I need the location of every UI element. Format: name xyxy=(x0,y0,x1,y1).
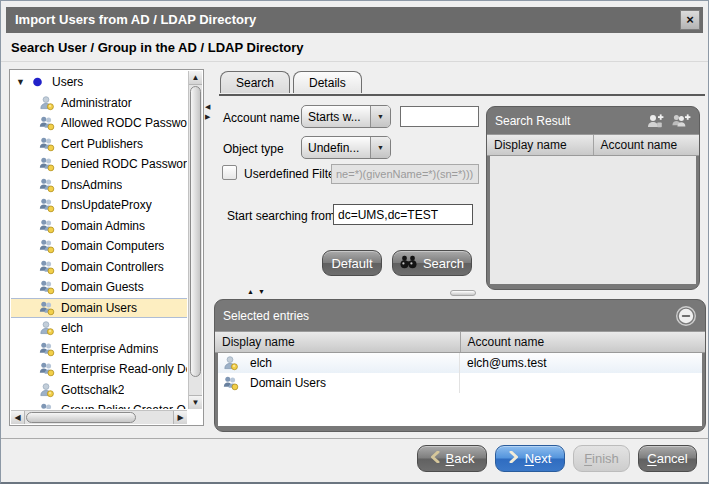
tree-splitter-toggle[interactable]: ◀ ▶ xyxy=(205,103,215,120)
scroll-up-icon[interactable]: ▲ xyxy=(189,71,202,85)
search-tabs: Search Details xyxy=(220,71,362,93)
tree-item-elch[interactable]: elch xyxy=(11,318,187,339)
cancel-button[interactable]: Cancel xyxy=(638,445,697,472)
start-searching-from-input[interactable] xyxy=(333,204,473,225)
tree-item-cert-publishers[interactable]: Cert Publishers xyxy=(11,134,187,155)
tree-item-group-policy-creator-o[interactable]: Group Policy Creator O xyxy=(11,400,187,409)
selected-entry-row[interactable]: Domain Users xyxy=(218,373,702,393)
collapse-left-icon[interactable]: ◀ xyxy=(205,103,215,110)
tree-item-label: Denied RODC Password R xyxy=(61,157,187,171)
group-icon xyxy=(39,156,56,172)
search-button[interactable]: Search xyxy=(392,250,472,276)
tree-item-label: Cert Publishers xyxy=(61,137,143,151)
start-searching-from-label: Start searching from xyxy=(227,209,335,223)
userdefined-filter-checkbox[interactable] xyxy=(222,165,237,180)
search-result-panel: Search Result Display name Account name xyxy=(486,106,700,290)
account-match-select[interactable]: Starts w... ▼ xyxy=(301,105,391,128)
column-header-account-name[interactable]: Account name xyxy=(594,135,700,155)
container-icon xyxy=(30,74,47,90)
next-button[interactable]: Next xyxy=(495,445,565,472)
entry-display-name: Domain Users xyxy=(250,376,326,390)
object-type-value: Undefin... xyxy=(302,141,370,155)
chevron-left-icon xyxy=(430,451,440,466)
tree-item-label: Domain Users xyxy=(61,301,137,315)
finish-button[interactable]: Finish xyxy=(573,445,630,472)
next-button-label: Next xyxy=(525,451,552,466)
tree-item-gottschalk2[interactable]: Gottschalk2 xyxy=(11,380,187,401)
chevron-down-icon[interactable]: ▼ xyxy=(370,106,390,127)
footer-divider xyxy=(1,438,708,439)
entry-display-name: elch xyxy=(250,356,272,370)
tab-details[interactable]: Details xyxy=(293,71,362,93)
chevron-down-icon[interactable]: ▼ xyxy=(370,137,390,158)
selected-entries-header: Selected entries xyxy=(215,300,705,331)
horizontal-scroll-thumb[interactable] xyxy=(26,412,136,423)
object-type-select[interactable]: Undefin... ▼ xyxy=(301,136,391,159)
object-type-label: Object type xyxy=(223,142,284,156)
default-button[interactable]: Default xyxy=(322,250,382,276)
panel-splitter-arrows[interactable]: ▲▼ xyxy=(247,288,269,295)
search-result-header: Search Result xyxy=(487,107,699,134)
userdefined-filter-label: Userdefined Filter xyxy=(244,167,339,181)
selected-entry-row[interactable]: elchelch@ums.test xyxy=(218,353,702,373)
search-result-title: Search Result xyxy=(495,114,639,128)
tree-item-enterprise-admins[interactable]: Enterprise Admins xyxy=(11,339,187,360)
dialog-titlebar[interactable]: Import Users from AD / LDAP Directory × xyxy=(6,7,703,33)
search-result-body[interactable] xyxy=(490,156,696,284)
tree-item-label: Allowed RODC Password xyxy=(61,116,187,130)
account-name-input[interactable] xyxy=(400,106,479,127)
expander-icon[interactable]: ▼ xyxy=(16,77,30,87)
tree-item-dnsadmins[interactable]: DnsAdmins xyxy=(11,175,187,196)
group-icon xyxy=(39,300,56,316)
tree-item-administrator[interactable]: Administrator xyxy=(11,93,187,114)
close-icon[interactable]: × xyxy=(680,10,700,30)
tree-item-domain-computers[interactable]: Domain Computers xyxy=(11,236,187,257)
scroll-down-icon[interactable]: ▼ xyxy=(189,395,202,409)
group-icon xyxy=(39,361,56,377)
tree-item-domain-controllers[interactable]: Domain Controllers xyxy=(11,257,187,278)
tab-underline xyxy=(219,94,705,96)
tree-horizontal-scrollbar[interactable]: ◀ ▶ xyxy=(11,410,187,424)
selected-entries-panel: Selected entries Display name Account na… xyxy=(214,299,706,432)
wizard-buttons: Back Next Finish Cancel xyxy=(417,445,697,472)
scroll-right-icon[interactable]: ▶ xyxy=(173,411,187,424)
tree-item-label: Enterprise Admins xyxy=(61,342,158,356)
panel-splitter-handle[interactable] xyxy=(450,290,476,296)
group-icon xyxy=(39,402,56,409)
tree-item-domain-users[interactable]: Domain Users xyxy=(11,298,187,319)
tree-item-users-root[interactable]: ▼Users xyxy=(11,72,187,93)
tree-item-dnsupdateproxy[interactable]: DnsUpdateProxy xyxy=(11,195,187,216)
scroll-left-icon[interactable]: ◀ xyxy=(11,411,25,424)
page-title: Search User / Group in the AD / LDAP Dir… xyxy=(11,40,304,55)
tree-item-enterprise-read-only-dom[interactable]: Enterprise Read-only Dom xyxy=(11,359,187,380)
add-user-icon[interactable] xyxy=(645,113,665,129)
tree-item-allowed-rodc-password[interactable]: Allowed RODC Password xyxy=(11,113,187,134)
add-group-icon[interactable] xyxy=(671,113,691,129)
entry-account-name: elch@ums.test xyxy=(460,356,702,370)
userdefined-filter-input[interactable] xyxy=(331,164,479,184)
tree-item-label: Administrator xyxy=(61,96,132,110)
tab-search[interactable]: Search xyxy=(220,71,290,93)
expand-right-icon[interactable]: ▶ xyxy=(205,113,215,120)
vertical-scroll-thumb[interactable] xyxy=(190,86,201,377)
search-button-label: Search xyxy=(423,256,464,271)
tree-item-label: Enterprise Read-only Dom xyxy=(61,362,187,376)
column-header-account-name[interactable]: Account name xyxy=(461,332,706,352)
group-icon xyxy=(39,259,56,275)
collapse-panel-icon[interactable] xyxy=(675,305,697,327)
account-match-value: Starts w... xyxy=(302,110,370,124)
tree-item-domain-admins[interactable]: Domain Admins xyxy=(11,216,187,237)
column-header-display-name[interactable]: Display name xyxy=(215,332,461,352)
selected-entries-title: Selected entries xyxy=(223,309,675,323)
user-icon xyxy=(39,320,56,336)
back-button[interactable]: Back xyxy=(417,445,487,472)
tree-item-domain-guests[interactable]: Domain Guests xyxy=(11,277,187,298)
search-result-column-headers: Display name Account name xyxy=(487,134,699,156)
tree-item-denied-rodc-password-r[interactable]: Denied RODC Password R xyxy=(11,154,187,175)
column-header-display-name[interactable]: Display name xyxy=(487,135,594,155)
user-icon xyxy=(39,95,56,111)
group-icon xyxy=(39,197,56,213)
tree-vertical-scrollbar[interactable]: ▲ ▼ xyxy=(188,71,202,409)
user-icon xyxy=(223,355,240,371)
group-icon xyxy=(39,177,56,193)
